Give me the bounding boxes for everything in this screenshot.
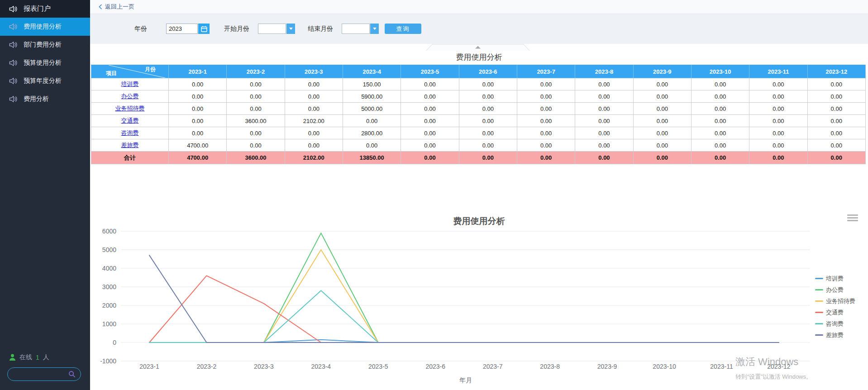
- sidebar-item-3[interactable]: 部门费用分析: [0, 36, 90, 54]
- corner-label-item: 项目: [106, 70, 117, 77]
- back-link[interactable]: 返回上一页: [99, 3, 134, 11]
- legend-item-3[interactable]: 业务招待费: [815, 297, 855, 305]
- value-cell: 0.00: [401, 103, 459, 115]
- item-link-业务招待费[interactable]: 业务招待费: [115, 105, 145, 112]
- x-tick-label: 2023-2: [197, 363, 217, 370]
- online-unit: 人: [43, 353, 49, 361]
- total-value-cell: 0.00: [401, 152, 459, 164]
- value-cell: 5900.00: [343, 90, 401, 103]
- legend-swatch: [815, 300, 823, 302]
- app-root: 报表门户费用使用分析部门费用分析预算使用分析预算年度分析费用分析 在线1人 返回…: [0, 0, 868, 390]
- end-month-select[interactable]: [342, 24, 379, 34]
- sidebar-item-1[interactable]: 报表门户: [0, 0, 90, 18]
- item-link-咨询费[interactable]: 咨询费: [121, 129, 139, 136]
- value-cell: 0.00: [807, 127, 865, 139]
- collapse-tab[interactable]: [426, 44, 530, 51]
- legend-label: 咨询费: [826, 320, 844, 328]
- y-tick-label: -1000: [100, 357, 116, 365]
- table-header: 月份项目2023-12023-22023-32023-42023-52023-6…: [91, 65, 866, 78]
- y-tick-label: 4000: [102, 265, 116, 272]
- legend-label: 业务招待费: [826, 297, 855, 305]
- legend-item-4[interactable]: 交通费: [815, 309, 855, 316]
- search-icon[interactable]: [68, 371, 76, 378]
- speaker-icon: [9, 59, 17, 67]
- value-cell: 0.00: [633, 139, 691, 152]
- value-cell: 0.00: [169, 90, 227, 103]
- end-month-value: [342, 24, 370, 34]
- legend-item-1[interactable]: 培训费: [815, 275, 855, 282]
- start-month-select[interactable]: [258, 24, 295, 34]
- sidebar-search-box[interactable]: [7, 367, 81, 381]
- legend-item-6[interactable]: 差旅费: [815, 331, 855, 339]
- x-tick-label: 2023-9: [597, 363, 617, 370]
- value-cell: 0.00: [575, 115, 633, 127]
- value-cell: 0.00: [227, 127, 285, 139]
- value-cell: 0.00: [691, 115, 749, 127]
- query-button[interactable]: 查询: [385, 24, 421, 34]
- total-row: 合计4700.003600.002102.0013850.000.000.000…: [91, 152, 866, 164]
- start-month-value: [258, 24, 286, 34]
- corner-label-month: 月份: [145, 66, 156, 73]
- speaker-icon: [9, 95, 17, 103]
- column-header-2023-3: 2023-3: [285, 65, 343, 78]
- value-cell: 0.00: [285, 103, 343, 115]
- column-header-2023-8: 2023-8: [575, 65, 633, 78]
- value-cell: 0.00: [343, 139, 401, 152]
- corner-header-cell: 月份项目: [91, 65, 169, 78]
- search-input[interactable]: [13, 371, 68, 378]
- value-cell: 0.00: [633, 90, 691, 103]
- value-cell: 0.00: [691, 78, 749, 90]
- legend-swatch: [815, 334, 823, 336]
- sidebar-item-6[interactable]: 费用分析: [0, 90, 90, 108]
- value-cell: 0.00: [401, 115, 459, 127]
- legend-label: 差旅费: [826, 331, 844, 339]
- value-cell: 0.00: [633, 103, 691, 115]
- value-cell: 2102.00: [285, 115, 343, 127]
- column-header-2023-9: 2023-9: [633, 65, 691, 78]
- year-input[interactable]: [166, 24, 198, 34]
- total-value-cell: 0.00: [691, 152, 749, 164]
- y-tick-label: 1000: [102, 320, 116, 328]
- item-link-差旅费[interactable]: 差旅费: [121, 142, 139, 148]
- item-link-办公费[interactable]: 办公费: [121, 93, 139, 100]
- y-tick-label: 0: [113, 339, 116, 346]
- x-tick-label: 2023-8: [540, 363, 560, 370]
- value-cell: 0.00: [285, 139, 343, 152]
- row-header-cell: 培训费: [91, 78, 169, 90]
- calendar-icon: [201, 26, 207, 32]
- start-month-label: 开始月份: [224, 25, 249, 33]
- total-value-cell: 2102.00: [285, 152, 343, 164]
- x-tick-label: 2023-7: [483, 363, 503, 370]
- item-link-交通费[interactable]: 交通费: [121, 117, 139, 124]
- sidebar-item-4[interactable]: 预算使用分析: [0, 54, 90, 72]
- sidebar-item-5[interactable]: 预算年度分析: [0, 72, 90, 90]
- series-line-3: [149, 250, 779, 342]
- dropdown-arrow-icon[interactable]: [370, 24, 379, 34]
- x-tick-label: 2023-10: [653, 363, 676, 370]
- value-cell: 0.00: [227, 139, 285, 152]
- series-line-4: [149, 276, 779, 342]
- y-tick-label: 6000: [102, 228, 116, 235]
- dropdown-arrow-icon[interactable]: [286, 24, 295, 34]
- value-cell: 0.00: [575, 139, 633, 152]
- calendar-button[interactable]: [198, 24, 210, 34]
- legend-swatch: [815, 289, 823, 290]
- value-cell: 0.00: [459, 139, 517, 152]
- online-label: 在线: [19, 353, 32, 361]
- column-header-2023-1: 2023-1: [169, 65, 227, 78]
- legend-item-5[interactable]: 咨询费: [815, 320, 855, 328]
- chart-legend: 培训费办公费业务招待费交通费咨询费差旅费: [815, 275, 855, 342]
- value-cell: 4700.00: [169, 139, 227, 152]
- item-link-培训费[interactable]: 培训费: [121, 81, 139, 87]
- row-header-cell: 交通费: [91, 115, 169, 127]
- table-row: 咨询费0.000.000.002800.000.000.000.000.000.…: [91, 127, 866, 139]
- y-tick-label: 5000: [102, 246, 116, 253]
- total-value-cell: 0.00: [633, 152, 691, 164]
- value-cell: 0.00: [459, 103, 517, 115]
- sidebar-item-2[interactable]: 费用使用分析: [0, 18, 90, 36]
- value-cell: 0.00: [401, 78, 459, 90]
- value-cell: 0.00: [401, 90, 459, 103]
- end-month-label: 结束月份: [308, 25, 333, 33]
- legend-item-2[interactable]: 办公费: [815, 286, 855, 294]
- x-tick-label: 2023-3: [254, 363, 274, 370]
